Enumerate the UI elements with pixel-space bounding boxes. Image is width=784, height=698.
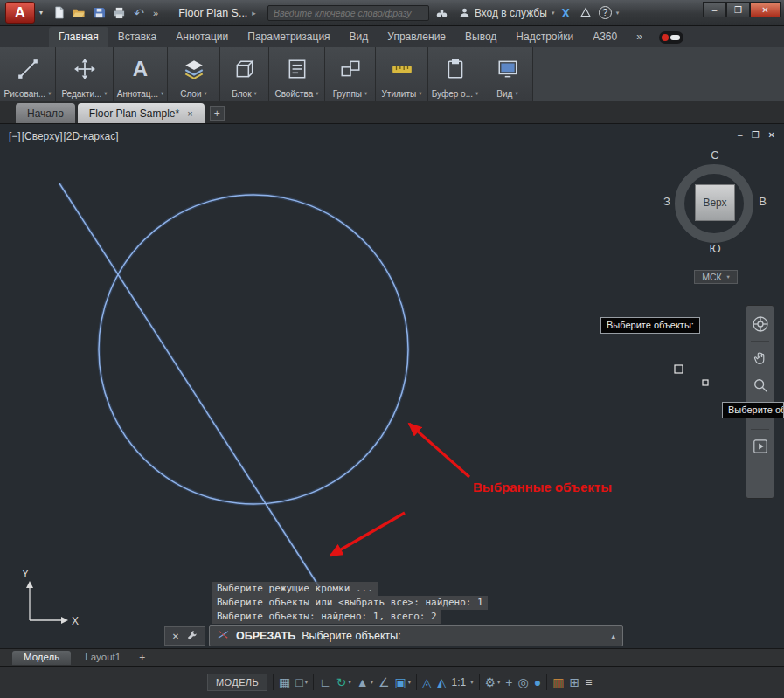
sign-in-control[interactable]: Вход в службы ▾ [459,7,555,19]
command-history-line: Выберите объекты: найдено: 1, всего: 2 [212,610,441,624]
viewport-minimize-control[interactable]: [−] [9,130,21,142]
zoom-icon[interactable] [750,375,771,396]
tab-addins[interactable]: Надстройки [506,27,583,47]
new-file-icon[interactable] [51,6,66,20]
model-space-button[interactable]: МОДЕЛЬ [207,674,267,691]
help-icon[interactable]: ? [599,6,612,19]
annotation-autoscale-icon[interactable]: ◭ [437,676,447,688]
selection-tooltip: Выберите объекты: [600,317,700,334]
panel-layers[interactable]: Слои▾ [168,47,220,101]
restore-button[interactable]: ❐ [726,2,750,17]
tab-insert[interactable]: Вставка [108,27,167,47]
recent-commands-toggle-icon[interactable]: ▴ [611,632,615,640]
file-tab-close-icon[interactable]: × [187,108,192,119]
search-input[interactable] [267,5,429,21]
tab-overflow-icon[interactable]: » [627,27,652,47]
help-dropdown-icon[interactable]: ▾ [616,10,620,17]
open-file-icon[interactable] [71,6,87,20]
panel-block[interactable]: Блок▾ [220,47,269,101]
panel-annotation-label: Аннотац... [117,89,158,99]
minimize-button[interactable]: – [703,2,726,17]
tab-output[interactable]: Вывод [455,27,506,47]
save-icon[interactable] [91,6,107,20]
tab-view[interactable]: Вид [340,27,378,47]
panel-dropdown-icon: ▾ [161,90,163,97]
viewcube-south[interactable]: Ю [661,242,769,255]
graphics-performance-icon[interactable]: ● [534,676,541,688]
command-customize-icon[interactable] [186,630,198,643]
exchange-apps-icon[interactable] [577,5,594,21]
viewcube-top-face[interactable]: Верх [695,184,735,221]
panel-view[interactable]: Вид▾ [482,47,533,101]
block-icon [233,47,256,88]
qat-customize-icon[interactable]: » [151,8,160,18]
line-object[interactable] [59,183,320,588]
command-input[interactable]: ОБРЕЗАТЬ Выберите объекты: ▴ [209,625,623,646]
viewcube-east[interactable]: В [759,195,767,208]
close-button[interactable]: ✕ [750,2,781,17]
tab-home[interactable]: Главная [49,27,108,47]
file-tab-drawing[interactable]: Floor Plan Sample*× [78,103,205,123]
snap-icon[interactable]: □▾ [295,676,308,688]
isometric-drafting-icon[interactable]: ▲▾ [357,676,373,688]
annotation-visibility-icon[interactable]: ◬ [422,676,432,688]
tab-manage[interactable]: Управление [378,27,455,47]
tab-parametric[interactable]: Параметризация [238,27,339,47]
command-close-icon[interactable]: ✕ [172,632,179,641]
tab-model[interactable]: Модель [12,651,71,665]
ucs-menu-dropdown-icon: ▾ [727,273,730,280]
viewcube-north[interactable]: С [661,149,769,162]
viewport-view-control[interactable]: [Сверху] [22,130,63,142]
doc-close-icon[interactable]: ✕ [768,130,775,140]
search-binoculars-icon[interactable] [434,5,451,21]
viewcube-west[interactable]: З [663,195,670,208]
showmotion-icon[interactable] [750,436,771,457]
isolate-objects-icon[interactable]: ◎ [518,676,529,688]
panel-groups[interactable]: Группы▾ [325,47,376,101]
panel-clipboard[interactable]: Буфер о...▾ [428,47,482,101]
viewcube-ucs-menu[interactable]: МСК ▾ [694,270,738,284]
tab-layout1[interactable]: Layout1 [73,651,132,665]
plot-icon[interactable] [111,6,127,20]
app-menu-arrow-icon[interactable]: ▾ [39,9,43,17]
performance-monitor-icon[interactable]: ▥ [552,676,564,688]
annotation-scale-control[interactable]: 1:1▾ [452,676,474,688]
ortho-icon[interactable]: ∟ [319,676,331,688]
grid-icon[interactable]: ▦ [279,676,290,688]
undo-icon[interactable]: ↶ [131,6,147,20]
file-tab-start-label: Начало [27,107,64,120]
doc-restore-icon[interactable]: ❐ [752,130,760,140]
panel-annotation[interactable]: A Аннотац...▾ [114,47,168,101]
panel-draw[interactable]: Рисован...▾ [0,47,56,101]
object-snap-tracking-icon[interactable]: ∠ [378,676,390,688]
new-drawing-tab-button[interactable]: + [210,106,225,121]
pan-icon[interactable] [750,348,771,369]
panel-utilities[interactable]: Утилиты▾ [376,47,428,101]
polar-tracking-icon[interactable]: ↻▾ [336,676,351,688]
doc-minimize-icon[interactable]: – [738,130,743,140]
panel-groups-label: Группы [333,89,362,99]
app-logo[interactable]: A [5,2,35,24]
navigation-wheel-icon[interactable] [750,314,771,335]
tab-a360[interactable]: A360 [583,27,627,47]
viewcube[interactable]: С Ю З В Верх [661,149,769,257]
annotation-monitor-icon[interactable]: + [505,676,512,688]
panel-modify[interactable]: Редакти...▾ [56,47,114,101]
new-layout-button[interactable]: + [135,652,149,664]
panel-properties[interactable]: Свойства▾ [269,47,325,101]
file-tab-start[interactable]: Начало [16,103,75,123]
workspace-gear-icon[interactable]: ⚙▾ [485,676,501,688]
object-snap-icon[interactable]: ▣▾ [394,676,411,688]
command-line: ✕ ОБРЕЗАТЬ Выберите объекты: ▴ [164,625,623,647]
viewport-visual-style-control[interactable]: [2D-каркас] [63,130,118,142]
customize-statusbar-icon[interactable]: ≡ [585,676,592,688]
clean-screen-icon[interactable]: ⊞ [569,676,579,688]
panel-dropdown-icon: ▾ [419,90,421,97]
selection-tooltip-edge: Выберите об [722,402,784,418]
autodesk-exchange-icon[interactable]: X [559,6,572,20]
command-history-line: Выберите объекты или <выбрать все>: найд… [212,596,488,610]
drawing-area[interactable]: [−] [Сверху] [2D-каркас] – ❐ ✕ С Ю З В В… [0,124,784,648]
a360-sync-status-icon[interactable] [659,31,683,44]
tab-annotate[interactable]: Аннотации [166,27,238,47]
groups-icon [339,47,362,88]
